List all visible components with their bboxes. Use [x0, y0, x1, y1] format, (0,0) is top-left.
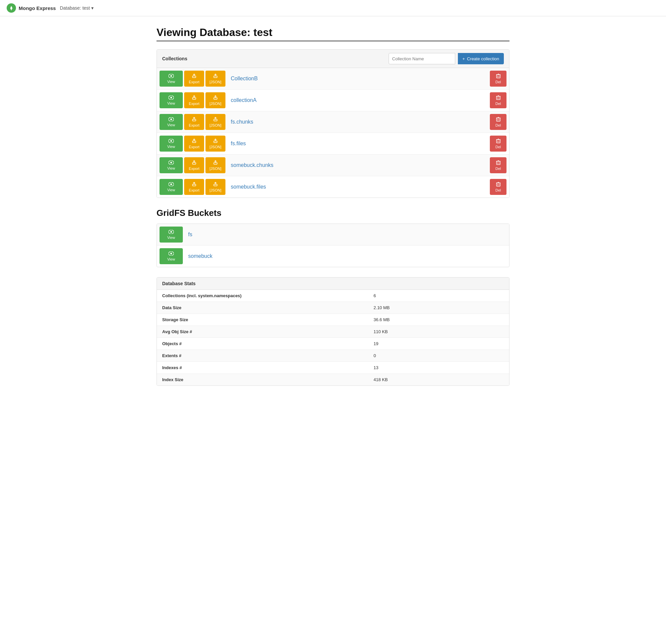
collections-panel: Collections + Create collection View: [157, 49, 509, 198]
json-icon: [213, 95, 218, 101]
gridfs-bucket-link[interactable]: somebuck: [184, 253, 507, 259]
stats-label: Index Size: [157, 374, 368, 386]
svg-rect-41: [496, 140, 500, 143]
view-label: View: [167, 101, 175, 105]
del-label: Del: [495, 167, 501, 171]
collection-name-link[interactable]: fs.files: [227, 140, 489, 147]
export-icon: [192, 117, 196, 123]
gridfs-view-label: View: [167, 236, 175, 239]
del-label: Del: [495, 188, 501, 192]
create-collection-label: Create collection: [467, 56, 499, 61]
collection-row: View Export [JSON] Collection: [157, 68, 509, 90]
collection-view-button[interactable]: View: [159, 136, 183, 152]
eye-icon: [169, 74, 174, 79]
export-label: Export: [189, 102, 199, 106]
collection-export-button[interactable]: Export: [184, 179, 204, 195]
svg-point-58: [171, 184, 172, 185]
trash-icon: [496, 74, 501, 79]
collection-row: View Export [JSON] somebuck.c: [157, 155, 509, 176]
collection-export-button[interactable]: Export: [184, 71, 204, 87]
collection-json-button[interactable]: [JSON]: [206, 179, 225, 195]
collection-name-link[interactable]: collectionA: [227, 97, 489, 103]
svg-point-25: [171, 119, 172, 120]
trash-icon: [496, 160, 501, 166]
gridfs-view-button[interactable]: View: [159, 248, 183, 264]
collection-delete-button[interactable]: Del: [490, 71, 507, 87]
view-label: View: [167, 166, 175, 170]
collection-view-button[interactable]: View: [159, 179, 183, 195]
collection-name-input[interactable]: [389, 53, 455, 64]
stats-label: Data Size: [157, 302, 368, 314]
stats-row: Extents # 0: [157, 350, 509, 362]
trash-icon: [496, 139, 501, 144]
stats-value: 6: [368, 290, 509, 302]
collection-delete-button[interactable]: Del: [490, 136, 507, 152]
stats-label: Avg Obj Size #: [157, 326, 368, 338]
brand-name: Mongo Express: [19, 5, 56, 11]
svg-point-71: [171, 253, 172, 255]
collection-json-button[interactable]: [JSON]: [206, 136, 225, 152]
stats-label: Storage Size: [157, 314, 368, 326]
svg-point-3: [171, 75, 172, 77]
collection-row: View Export [JSON] fs.files: [157, 133, 509, 155]
export-icon: [192, 139, 196, 144]
collection-view-button[interactable]: View: [159, 114, 183, 130]
eye-icon: [169, 95, 174, 101]
collection-json-button[interactable]: [JSON]: [206, 92, 225, 108]
gridfs-bucket-link[interactable]: fs: [184, 232, 507, 238]
view-label: View: [167, 188, 175, 192]
export-icon: [192, 182, 196, 188]
eye-icon: [169, 182, 174, 187]
stats-label: Extents #: [157, 350, 368, 362]
stats-value: 110 KB: [368, 326, 509, 338]
svg-point-14: [171, 97, 172, 99]
collections-panel-controls: + Create collection: [389, 53, 504, 64]
collection-view-button[interactable]: View: [159, 92, 183, 108]
stats-value: 0: [368, 350, 509, 362]
gridfs-view-button[interactable]: View: [159, 226, 183, 242]
json-icon: [213, 182, 218, 188]
collection-name-link[interactable]: CollectionB: [227, 75, 489, 82]
collection-export-button[interactable]: Export: [184, 92, 204, 108]
svg-rect-19: [496, 96, 500, 100]
collection-json-button[interactable]: [JSON]: [206, 114, 225, 130]
collection-export-button[interactable]: Export: [184, 136, 204, 152]
collection-json-button[interactable]: [JSON]: [206, 157, 225, 173]
json-icon: [213, 139, 218, 144]
collection-view-button[interactable]: View: [159, 157, 183, 173]
svg-point-47: [171, 162, 172, 164]
collection-name-link[interactable]: somebuck.files: [227, 184, 489, 190]
collection-name-link[interactable]: somebuck.chunks: [227, 162, 489, 168]
stats-row: Avg Obj Size # 110 KB: [157, 326, 509, 338]
stats-label: Indexes #: [157, 362, 368, 374]
collection-delete-button[interactable]: Del: [490, 179, 507, 195]
svg-rect-63: [496, 183, 500, 186]
collection-view-button[interactable]: View: [159, 71, 183, 87]
gridfs-panel: View fs View somebuck: [157, 223, 509, 267]
gridfs-section-title: GridFS Buckets: [157, 208, 509, 218]
stats-row: Indexes # 13: [157, 362, 509, 374]
main-content: Viewing Database: test Collections + Cre…: [150, 16, 516, 396]
collection-export-button[interactable]: Export: [184, 157, 204, 173]
collection-delete-button[interactable]: Del: [490, 114, 507, 130]
json-label: [JSON]: [209, 123, 221, 127]
export-icon: [192, 160, 196, 166]
json-label: [JSON]: [209, 188, 221, 192]
collection-json-button[interactable]: [JSON]: [206, 71, 225, 87]
collection-export-button[interactable]: Export: [184, 114, 204, 130]
collection-name-link[interactable]: fs.chunks: [227, 119, 489, 125]
export-label: Export: [189, 188, 199, 192]
collection-delete-button[interactable]: Del: [490, 92, 507, 108]
gridfs-list: View fs View somebuck: [157, 224, 509, 267]
export-label: Export: [189, 80, 199, 84]
view-label: View: [167, 123, 175, 127]
stats-value: 36.6 MB: [368, 314, 509, 326]
stats-row: Collections (incl. system.namespaces) 6: [157, 290, 509, 302]
navbar-db-link[interactable]: Database: test ▾: [60, 5, 93, 11]
json-icon: [213, 117, 218, 123]
create-collection-button[interactable]: + Create collection: [458, 53, 504, 64]
export-label: Export: [189, 145, 199, 149]
collection-delete-button[interactable]: Del: [490, 157, 507, 173]
stats-value: 2.10 MB: [368, 302, 509, 314]
json-icon: [213, 160, 218, 166]
